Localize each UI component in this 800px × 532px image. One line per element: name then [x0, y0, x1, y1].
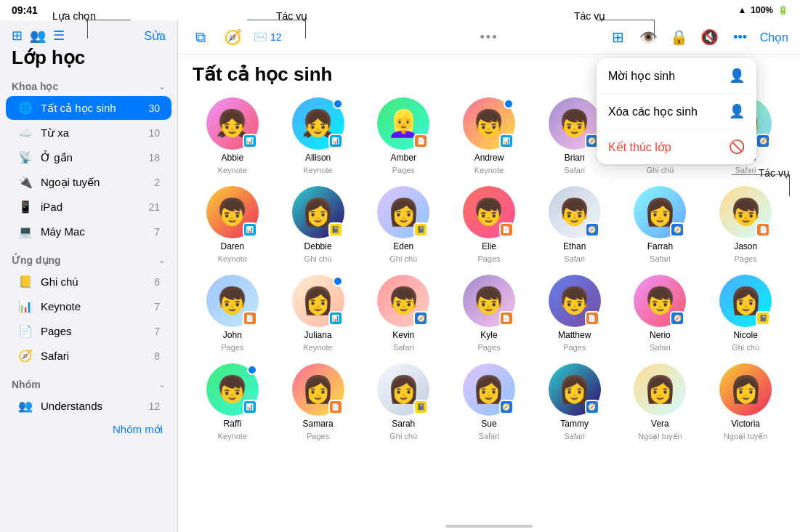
student-app: Keynote — [218, 254, 247, 263]
student-item-ethan[interactable]: 👦 🧭 Ethan Safari — [535, 186, 615, 263]
compass-icon[interactable]: 🧭 — [222, 26, 243, 48]
grid-icon[interactable]: ⊞ — [607, 26, 629, 48]
sidebar-grid-icon[interactable]: ⊞ — [12, 28, 23, 44]
sidebar-label-1: Từ xa — [41, 126, 141, 140]
pages-badge: 📄 — [756, 222, 770, 237]
keynote-badge: 📊 — [328, 311, 343, 326]
sidebar-section-khoahoc[interactable]: Khoa học ⌄ — [0, 76, 177, 95]
student-item-nerio[interactable]: 👦 🧭 Nerio Safari — [621, 275, 700, 352]
layers-icon[interactable]: ⧉ — [190, 26, 211, 48]
sidebar-label-4: iPad — [41, 201, 141, 213]
student-name: Matthew — [558, 330, 591, 340]
pages-badge: 📄 — [499, 222, 514, 237]
sidebar-item-máy-mac[interactable]: 💻 Máy Mac 7 — [6, 219, 171, 243]
student-item-john[interactable]: 👦 📄 John Pages — [193, 275, 272, 352]
student-item-allison[interactable]: 👧 📊 Allison Keynote — [278, 97, 358, 174]
student-item-amber[interactable]: 👱‍♀️ 📄 Amber Pages — [363, 97, 443, 174]
app-label-3: Safari — [41, 350, 147, 362]
student-item-sarah[interactable]: 👩 📓 Sarah Ghi chú — [363, 363, 443, 441]
student-item-tammy[interactable]: 👩 🧭 Tammy Safari — [535, 363, 615, 441]
notes-badge: 📓 — [413, 222, 428, 237]
notes-badge: 📓 — [413, 400, 428, 414]
wifi-icon: ▲ — [738, 5, 746, 15]
avatar-wrapper: 👦 📊 — [206, 186, 259, 238]
student-app: Safari — [650, 254, 671, 263]
student-item-vera[interactable]: 👩 Vera Ngoại tuyến — [621, 363, 700, 441]
sidebar-app-item-safari[interactable]: 🧭 Safari 8 — [6, 344, 171, 368]
student-app: Safari — [735, 166, 756, 174]
student-item-nicole[interactable]: 👩 📓 Nicole Ghi chú — [706, 275, 785, 352]
sidebar-label-2: Ở gần — [41, 151, 141, 164]
annotation-tacvu3: Tác vụ — [759, 167, 790, 179]
lock-icon[interactable]: 🔒 — [668, 26, 690, 48]
student-item-andrew[interactable]: 👦 📊 Andrew Keynote — [449, 97, 529, 174]
student-item-sue[interactable]: 👩 🧭 Sue Safari — [449, 363, 529, 441]
student-app: Pages — [735, 254, 757, 263]
student-name: Abbie — [222, 153, 244, 163]
student-item-farrah[interactable]: 👩 🧭 Farrah Safari — [621, 186, 700, 263]
student-item-abbie[interactable]: 👧 📊 Abbie Keynote — [193, 97, 272, 174]
choose-button[interactable]: Chọn — [760, 31, 788, 44]
sidebar-item-ngoại-tuyến[interactable]: 🔌 Ngoại tuyến 2 — [6, 170, 171, 194]
student-name: Raffi — [224, 419, 241, 429]
sidebar-item-ipad[interactable]: 📱 iPad 21 — [6, 195, 171, 219]
sidebar-section-khoahoc-label: Khoa học — [12, 81, 58, 92]
sidebar-label-3: Ngoại tuyến — [41, 176, 147, 189]
sidebar-icon-1: ☁️ — [17, 126, 33, 140]
safari-badge: 🧭 — [585, 400, 599, 414]
sidebar-icon-0: 🌐 — [17, 101, 33, 115]
student-item-debbie[interactable]: 👩 📓 Debbie Ghi chú — [278, 186, 358, 263]
sidebar-group-item-understands[interactable]: 👥 Understands 12 — [6, 394, 171, 418]
sidebar-item-ở-gần[interactable]: 📡 Ở gần 18 — [6, 145, 171, 169]
sidebar-app-item-pages[interactable]: 📄 Pages 7 — [6, 319, 171, 343]
student-item-samara[interactable]: 👩 📄 Samara Pages — [278, 363, 358, 441]
student-name: Juliana — [304, 330, 332, 340]
student-item-elie[interactable]: 👦 📄 Elie Pages — [449, 186, 529, 263]
dropdown-item-1[interactable]: Xóa các học sinh 👤 — [597, 94, 756, 129]
pages-badge: 📄 — [328, 400, 343, 414]
dropdown-label-0: Mời học sinh — [608, 69, 675, 83]
sidebar-class-icon[interactable]: 👥 — [30, 28, 46, 44]
mail-badge[interactable]: ✉️ 12 — [254, 31, 282, 44]
more-icon[interactable]: ••• — [730, 26, 751, 48]
dropdown-item-0[interactable]: Mời học sinh 👤 — [597, 58, 756, 94]
dropdown-item-2[interactable]: Kết thúc lớp 🚫 — [597, 129, 756, 164]
avatar-face: 👩 — [634, 363, 686, 416]
student-item-juliana[interactable]: 👩 📊 Juliana Keynote — [278, 275, 358, 352]
keynote-badge: 📊 — [499, 134, 514, 148]
student-name: Eden — [393, 241, 413, 251]
eye-off-icon[interactable]: 👁️ — [638, 26, 660, 48]
sidebar-header-icons: ⊞ 👥 ☰ — [12, 28, 65, 44]
mute-icon[interactable]: 🔇 — [699, 26, 721, 48]
sidebar-app-item-keynote[interactable]: 📊 Keynote 7 — [6, 294, 171, 318]
student-name: Kyle — [480, 330, 497, 340]
avatar-wrapper: 👱‍♀️ 📄 — [377, 97, 429, 150]
new-group-button[interactable]: Nhóm mới — [0, 419, 177, 440]
avatar-wrapper: 👩 📓 — [292, 186, 344, 238]
student-item-eden[interactable]: 👩 📓 Eden Ghi chú — [363, 186, 443, 263]
student-item-matthew[interactable]: 👦 📄 Matthew Pages — [535, 275, 615, 352]
student-item-victoria[interactable]: 👩 Victoria Ngoại tuyến — [706, 363, 785, 441]
student-avatar: 👩 — [634, 363, 686, 416]
avatar-wrapper: 👩 🧭 — [549, 363, 601, 416]
sidebar-app-item-ghi chú[interactable]: 📒 Ghi chú 6 — [6, 270, 171, 294]
sidebar-items-container: 🌐 Tất cả học sinh 30 ☁️ Từ xa 10 📡 Ở gần… — [0, 95, 177, 244]
sidebar-section-ungdung[interactable]: Ứng dụng ⌄ — [0, 250, 177, 269]
student-item-raffi[interactable]: 👦 📊 Raffi Keynote — [193, 363, 272, 441]
student-item-jason[interactable]: 👦 📄 Jason Pages — [706, 186, 785, 263]
sidebar-label-5: Máy Mac — [41, 225, 147, 238]
sidebar-item-tất-cả-học-sinh[interactable]: 🌐 Tất cả học sinh 30 — [6, 96, 171, 120]
student-name: Farrah — [647, 241, 673, 251]
sidebar-list-icon[interactable]: ☰ — [53, 28, 65, 44]
student-item-daren[interactable]: 👦 📊 Daren Keynote — [193, 186, 272, 263]
pages-badge: 📄 — [499, 311, 514, 326]
student-app: Keynote — [303, 343, 332, 352]
student-app: Keynote — [303, 166, 332, 174]
student-item-kyle[interactable]: 👦 📄 Kyle Pages — [449, 275, 529, 352]
sidebar-item-từ-xa[interactable]: ☁️ Từ xa 10 — [6, 121, 171, 145]
status-time: 09:41 — [12, 4, 38, 16]
sidebar-section-nhom[interactable]: Nhóm ⌄ — [0, 374, 177, 393]
app-icon-1: 📊 — [17, 299, 33, 313]
student-item-kevin[interactable]: 👦 🧭 Kevin Safari — [363, 275, 443, 352]
sidebar-edit-button[interactable]: Sửa — [144, 29, 166, 43]
